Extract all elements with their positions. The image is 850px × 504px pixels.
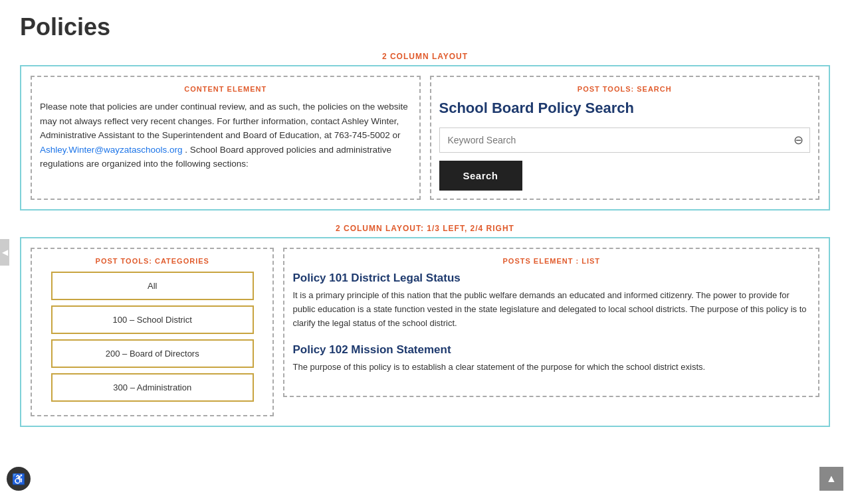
layout1-label: 2 COLUMN LAYOUT [20, 52, 830, 61]
page-title: Policies [20, 13, 830, 41]
search-input-wrapper: ⊖ [439, 127, 811, 153]
categories-header: POST TOOLS: CATEGORIES [40, 257, 265, 265]
search-button[interactable]: Search [439, 161, 522, 191]
posts-col: POSTS ELEMENT : LIST Policy 101 District… [283, 248, 819, 397]
post-item-101: Policy 101 District Legal Status It is a… [292, 272, 810, 330]
category-200-button[interactable]: 200 – Board of Directors [51, 339, 254, 368]
left-nav-arrow[interactable]: ◀ [0, 239, 9, 266]
search-input[interactable] [439, 127, 811, 153]
left-arrow-icon: ◀ [2, 248, 8, 257]
content-text: Please note that policies are under cont… [40, 100, 411, 171]
category-all-button[interactable]: All [51, 272, 254, 300]
content-element-header: CONTENT ELEMENT [40, 85, 411, 93]
layout2-label: 2 COLUMN LAYOUT: 1/3 LEFT, 2/4 RIGHT [20, 224, 830, 233]
post-101-title: Policy 101 District Legal Status [292, 272, 810, 285]
post-102-excerpt: The purpose of this policy is to establi… [292, 361, 810, 375]
search-col: POST TOOLS: SEARCH School Board Policy S… [430, 76, 820, 200]
category-300-button[interactable]: 300 – Administration [51, 373, 254, 402]
layout2-container: POST TOOLS: CATEGORIES All 100 – School … [20, 237, 830, 427]
post-item-102: Policy 102 Mission Statement The purpose… [292, 343, 810, 375]
post-102-title: Policy 102 Mission Statement [292, 343, 810, 357]
contact-email-link[interactable]: Ashley.Winter@wayzataschools.org [40, 145, 183, 155]
search-box-title: School Board Policy Search [439, 100, 811, 117]
posts-header: POSTS ELEMENT : LIST [292, 257, 810, 265]
category-100-button[interactable]: 100 – School District [51, 305, 254, 334]
search-section-header: POST TOOLS: SEARCH [439, 85, 811, 93]
categories-col: POST TOOLS: CATEGORIES All 100 – School … [31, 248, 274, 416]
post-101-excerpt: It is a primary principle of this nation… [292, 289, 810, 330]
content-element-col: CONTENT ELEMENT Please note that policie… [31, 76, 421, 200]
search-clear-icon[interactable]: ⊖ [794, 133, 803, 147]
layout1-container: CONTENT ELEMENT Please note that policie… [20, 65, 830, 210]
